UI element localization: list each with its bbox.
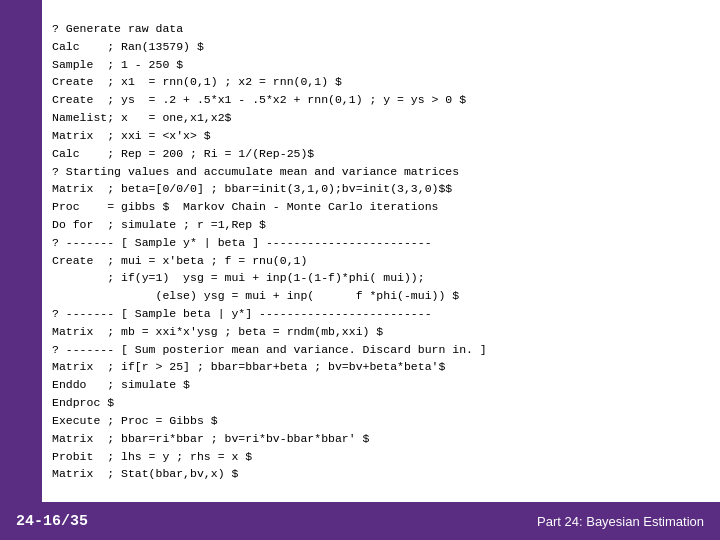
left-sidebar <box>0 0 42 540</box>
slide-number: 24-16/35 <box>16 513 88 530</box>
code-block: ? Generate raw data Calc ; Ran(13579) $ … <box>52 20 710 492</box>
bottom-bar: 24-16/35 Part 24: Bayesian Estimation <box>0 502 720 540</box>
slide-title: Part 24: Bayesian Estimation <box>537 514 704 529</box>
